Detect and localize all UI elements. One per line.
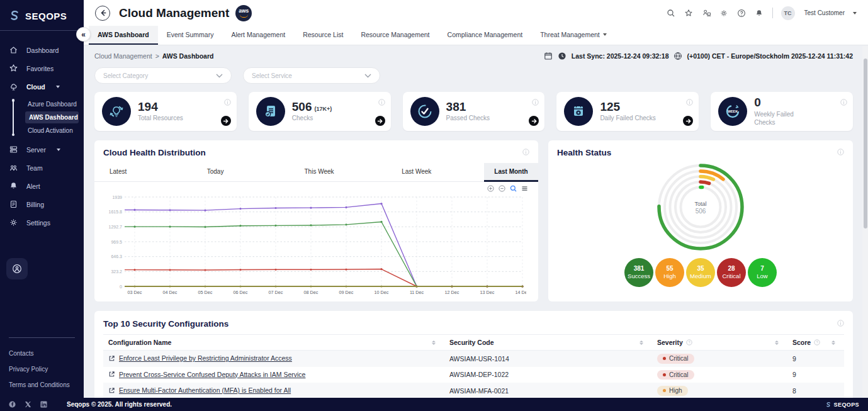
sort-icon[interactable] bbox=[831, 341, 839, 345]
info-icon[interactable] bbox=[837, 318, 844, 329]
sidebar-item-team[interactable]: Team bbox=[0, 159, 84, 177]
health-status-radial-chart[interactable]: Total506 bbox=[557, 159, 844, 255]
vertical-scrollbar[interactable] bbox=[862, 46, 868, 398]
sidebar-item-billing[interactable]: Billing bbox=[0, 195, 84, 213]
brand-logo[interactable]: SEQOPS bbox=[0, 0, 84, 30]
breadcrumb-parent[interactable]: Cloud Management bbox=[94, 52, 152, 60]
col-severity[interactable]: Severity bbox=[652, 335, 787, 351]
sort-icon[interactable] bbox=[432, 341, 439, 345]
badge-value: 55 bbox=[666, 265, 673, 273]
service-select[interactable]: Select Service bbox=[243, 67, 380, 84]
sidebar-item-aws-dashboard[interactable]: AWS Dashboard bbox=[25, 111, 79, 123]
tab-aws-dashboard[interactable]: AWS Dashboard bbox=[89, 26, 158, 45]
col-configuration-name[interactable]: Configuration Name bbox=[103, 335, 444, 351]
clock-icon bbox=[558, 51, 567, 60]
stat-label: Total Resources bbox=[138, 114, 183, 122]
contacts-link[interactable]: Contacts bbox=[0, 346, 84, 361]
terms-link[interactable]: Terms and Conditions bbox=[0, 377, 84, 393]
badge-medium[interactable]: 35Medium bbox=[686, 258, 715, 287]
chart-menu-icon[interactable] bbox=[521, 185, 528, 192]
info-icon[interactable] bbox=[840, 97, 847, 108]
security-code-cell: AWSIAM-MFA-0021 bbox=[444, 383, 652, 398]
card-arrow-button[interactable] bbox=[375, 116, 385, 126]
stat-value: 506 bbox=[292, 101, 312, 113]
sidebar-item-server[interactable]: Server bbox=[0, 140, 84, 159]
facebook-icon[interactable] bbox=[9, 401, 16, 408]
tab-compliance-management[interactable]: Compliance Management bbox=[439, 26, 532, 45]
globe-icon bbox=[674, 51, 683, 60]
support-button[interactable] bbox=[6, 258, 28, 279]
zoom-in-icon[interactable] bbox=[487, 185, 494, 192]
range-tab-today[interactable]: Today bbox=[192, 163, 290, 181]
info-icon[interactable] bbox=[837, 147, 844, 158]
badge-success[interactable]: 381Success bbox=[624, 258, 653, 287]
sidebar-item-alert[interactable]: Alert bbox=[0, 177, 84, 195]
badge-critical[interactable]: 28Critical bbox=[717, 258, 746, 287]
privacy-policy-link[interactable]: Privacy Policy bbox=[0, 361, 84, 377]
info-icon[interactable] bbox=[224, 97, 231, 108]
stat-value: 125 bbox=[600, 101, 620, 113]
sidebar-item-cloud[interactable]: Cloud bbox=[0, 77, 84, 96]
range-tab-this-week[interactable]: This Week bbox=[290, 163, 387, 181]
sidebar-item-dashboard[interactable]: Dashboard bbox=[0, 41, 84, 59]
tab-threat-management[interactable]: Threat Management bbox=[531, 26, 616, 45]
card-arrow-button[interactable] bbox=[221, 116, 231, 126]
selection-zoom-icon[interactable] bbox=[510, 185, 517, 192]
help-icon[interactable] bbox=[814, 339, 820, 346]
gear-icon[interactable] bbox=[719, 8, 729, 18]
info-icon[interactable] bbox=[532, 97, 539, 108]
sidebar-collapse-button[interactable]: « bbox=[76, 27, 91, 42]
sidebar-item-cloud-activation[interactable]: Cloud Activation bbox=[25, 123, 79, 138]
cloud-health-line-chart[interactable]: 0323.2646.3969.51292.71615.8193903 Dec04… bbox=[94, 192, 538, 299]
badge-low[interactable]: 7Low bbox=[748, 258, 777, 287]
security-configurations-panel: Top 10 Security Configurations Configura… bbox=[94, 311, 853, 398]
tab-label: AWS Dashboard bbox=[98, 31, 149, 38]
sidebar-item-azure-dashboard[interactable]: Azure Dashboard bbox=[25, 97, 79, 111]
help-icon[interactable] bbox=[737, 8, 747, 18]
invoice-icon bbox=[9, 200, 18, 209]
favorites-star-icon[interactable] bbox=[684, 8, 694, 18]
configuration-link[interactable]: Ensure Multi-Factor Authentication (MFA)… bbox=[108, 386, 291, 394]
agent-icon[interactable] bbox=[702, 8, 711, 18]
tab-label: Resource Management bbox=[361, 31, 429, 38]
col-score[interactable]: Score bbox=[787, 335, 844, 351]
calendar-icon[interactable] bbox=[544, 51, 553, 60]
search-icon[interactable] bbox=[667, 8, 676, 18]
external-link-icon bbox=[108, 387, 115, 394]
tab-resource-management[interactable]: Resource Management bbox=[352, 26, 438, 45]
person-circle-icon bbox=[11, 263, 23, 274]
linkedin-icon[interactable] bbox=[40, 401, 47, 408]
col-security-code[interactable]: Security Code bbox=[444, 335, 652, 351]
stat-card-daily-failed: 125 Daily Failed Checks bbox=[556, 92, 699, 131]
scrollbar-thumb[interactable] bbox=[864, 59, 867, 228]
breadcrumb-current: AWS Dashboard bbox=[162, 52, 214, 60]
badge-high[interactable]: 55High bbox=[655, 258, 684, 287]
category-select[interactable]: Select Category bbox=[94, 67, 232, 84]
sidebar-item-settings[interactable]: Settings bbox=[0, 213, 84, 232]
tab-resource-list[interactable]: Resource List bbox=[294, 26, 352, 45]
x-twitter-icon[interactable] bbox=[25, 401, 31, 408]
user-menu-chevron-icon[interactable] bbox=[853, 12, 857, 14]
sort-icon[interactable] bbox=[775, 341, 782, 345]
range-tab-latest[interactable]: Latest bbox=[94, 163, 192, 181]
tab-alert-management[interactable]: Alert Management bbox=[222, 26, 294, 45]
info-icon[interactable] bbox=[378, 97, 385, 108]
sort-icon[interactable] bbox=[640, 341, 647, 345]
configuration-link[interactable]: Prevent Cross-Service Confused Deputy At… bbox=[108, 371, 305, 378]
zoom-out-icon[interactable] bbox=[499, 185, 505, 192]
configuration-link[interactable]: Enforce Least Privilege by Restricting A… bbox=[108, 354, 292, 362]
card-arrow-button[interactable] bbox=[529, 116, 539, 126]
back-button[interactable] bbox=[95, 6, 110, 21]
help-icon[interactable] bbox=[686, 339, 692, 346]
range-tab-last-month[interactable]: Last Month bbox=[484, 163, 538, 182]
sidebar-item-favorites[interactable]: Favorites bbox=[0, 59, 84, 77]
tab-event-summary[interactable]: Event Summary bbox=[158, 26, 223, 45]
info-icon[interactable] bbox=[522, 147, 529, 158]
range-tab-last-week[interactable]: Last Week bbox=[386, 163, 484, 181]
user-name[interactable]: Test Customer bbox=[804, 9, 845, 16]
notifications-bell-icon[interactable] bbox=[755, 8, 764, 18]
card-arrow-button[interactable] bbox=[683, 116, 693, 126]
submenu-rail bbox=[13, 101, 14, 134]
avatar[interactable]: TC bbox=[781, 6, 795, 20]
info-icon[interactable] bbox=[686, 97, 693, 108]
